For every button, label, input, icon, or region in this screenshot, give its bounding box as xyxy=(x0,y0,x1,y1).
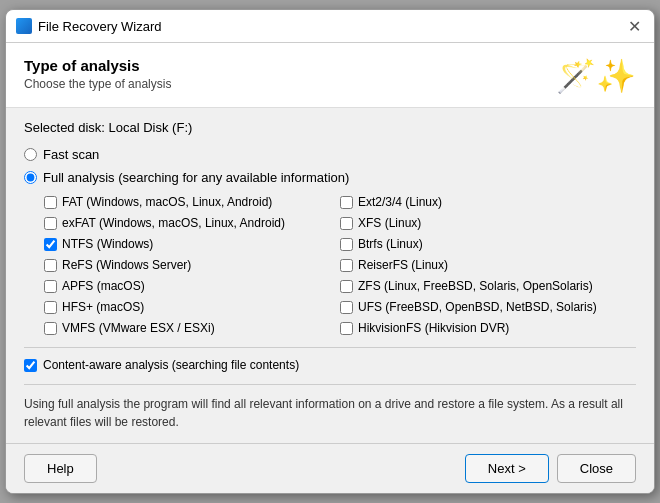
list-item[interactable]: HFS+ (macOS) xyxy=(44,298,340,316)
title-bar-text: File Recovery Wizard xyxy=(38,19,162,34)
list-item[interactable]: UFS (FreeBSD, OpenBSD, NetBSD, Solaris) xyxy=(340,298,636,316)
exfat-checkbox[interactable] xyxy=(44,217,57,230)
exfat-label[interactable]: exFAT (Windows, macOS, Linux, Android) xyxy=(62,216,285,230)
list-item[interactable]: exFAT (Windows, macOS, Linux, Android) xyxy=(44,214,340,232)
content-aware-label[interactable]: Content-aware analysis (searching file c… xyxy=(43,358,299,372)
content-aware-option[interactable]: Content-aware analysis (searching file c… xyxy=(24,358,636,372)
reiserfs-checkbox[interactable] xyxy=(340,259,353,272)
next-button[interactable]: Next > xyxy=(465,454,549,483)
divider xyxy=(24,347,636,348)
vmfs-label[interactable]: VMFS (VMware ESX / ESXi) xyxy=(62,321,215,335)
list-item[interactable]: APFS (macOS) xyxy=(44,277,340,295)
header-section: Type of analysis Choose the type of anal… xyxy=(6,43,654,108)
dialog: File Recovery Wizard ✕ Type of analysis … xyxy=(5,9,655,494)
zfs-checkbox[interactable] xyxy=(340,280,353,293)
list-item[interactable]: NTFS (Windows) xyxy=(44,235,340,253)
hikvision-checkbox[interactable] xyxy=(340,322,353,335)
content-area: Selected disk: Local Disk (F:) Fast scan… xyxy=(6,108,654,443)
list-item[interactable]: XFS (Linux) xyxy=(340,214,636,232)
btrfs-checkbox[interactable] xyxy=(340,238,353,251)
reiserfs-label[interactable]: ReiserFS (Linux) xyxy=(358,258,448,272)
vmfs-checkbox[interactable] xyxy=(44,322,57,335)
full-analysis-radio[interactable] xyxy=(24,171,37,184)
note-text: Using full analysis the program will fin… xyxy=(24,384,636,431)
ext234-checkbox[interactable] xyxy=(340,196,353,209)
hfsplus-label[interactable]: HFS+ (macOS) xyxy=(62,300,144,314)
app-icon xyxy=(16,18,32,34)
close-window-button[interactable]: ✕ xyxy=(624,16,644,36)
header-text: Type of analysis Choose the type of anal… xyxy=(24,57,171,91)
list-item[interactable]: HikvisionFS (Hikvision DVR) xyxy=(340,319,636,337)
fast-scan-option[interactable]: Fast scan xyxy=(24,147,636,162)
ntfs-checkbox[interactable] xyxy=(44,238,57,251)
list-item[interactable]: ReFS (Windows Server) xyxy=(44,256,340,274)
list-item[interactable]: ZFS (Linux, FreeBSD, Solaris, OpenSolari… xyxy=(340,277,636,295)
wizard-icon: 🪄✨ xyxy=(556,57,636,95)
ufs-label[interactable]: UFS (FreeBSD, OpenBSD, NetBSD, Solaris) xyxy=(358,300,597,314)
btrfs-label[interactable]: Btrfs (Linux) xyxy=(358,237,423,251)
apfs-label[interactable]: APFS (macOS) xyxy=(62,279,145,293)
ext234-label[interactable]: Ext2/3/4 (Linux) xyxy=(358,195,442,209)
ntfs-label[interactable]: NTFS (Windows) xyxy=(62,237,153,251)
close-button[interactable]: Close xyxy=(557,454,636,483)
refs-label[interactable]: ReFS (Windows Server) xyxy=(62,258,191,272)
filesystem-checkboxes: FAT (Windows, macOS, Linux, Android) Ext… xyxy=(44,193,636,337)
footer-right-buttons: Next > Close xyxy=(465,454,636,483)
xfs-checkbox[interactable] xyxy=(340,217,353,230)
xfs-label[interactable]: XFS (Linux) xyxy=(358,216,421,230)
selected-disk-label: Selected disk: Local Disk (F:) xyxy=(24,120,636,135)
hikvision-label[interactable]: HikvisionFS (Hikvision DVR) xyxy=(358,321,509,335)
full-analysis-label[interactable]: Full analysis (searching for any availab… xyxy=(43,170,349,185)
list-item[interactable]: Ext2/3/4 (Linux) xyxy=(340,193,636,211)
footer: Help Next > Close xyxy=(6,443,654,493)
full-analysis-option[interactable]: Full analysis (searching for any availab… xyxy=(24,170,636,185)
list-item[interactable]: Btrfs (Linux) xyxy=(340,235,636,253)
title-bar: File Recovery Wizard ✕ xyxy=(6,10,654,43)
header-title: Type of analysis xyxy=(24,57,171,74)
list-item[interactable]: FAT (Windows, macOS, Linux, Android) xyxy=(44,193,340,211)
ufs-checkbox[interactable] xyxy=(340,301,353,314)
header-subtitle: Choose the type of analysis xyxy=(24,77,171,91)
title-bar-left: File Recovery Wizard xyxy=(16,18,162,34)
fat-label[interactable]: FAT (Windows, macOS, Linux, Android) xyxy=(62,195,272,209)
list-item[interactable]: VMFS (VMware ESX / ESXi) xyxy=(44,319,340,337)
list-item[interactable]: ReiserFS (Linux) xyxy=(340,256,636,274)
content-aware-checkbox[interactable] xyxy=(24,359,37,372)
help-button[interactable]: Help xyxy=(24,454,97,483)
fast-scan-label[interactable]: Fast scan xyxy=(43,147,99,162)
zfs-label[interactable]: ZFS (Linux, FreeBSD, Solaris, OpenSolari… xyxy=(358,279,593,293)
refs-checkbox[interactable] xyxy=(44,259,57,272)
fat-checkbox[interactable] xyxy=(44,196,57,209)
apfs-checkbox[interactable] xyxy=(44,280,57,293)
hfsplus-checkbox[interactable] xyxy=(44,301,57,314)
fast-scan-radio[interactable] xyxy=(24,148,37,161)
